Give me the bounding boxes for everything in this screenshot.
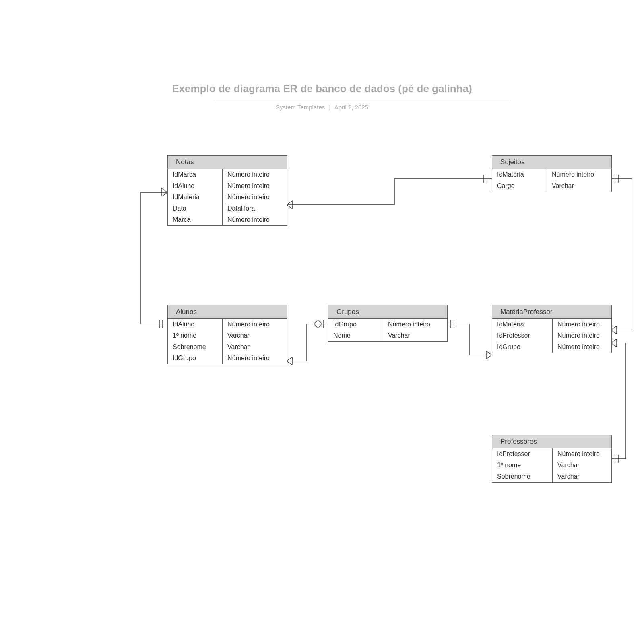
field: IdProfessor xyxy=(492,330,553,341)
field: 1º nome xyxy=(168,330,223,341)
entity-notas[interactable]: Notas IdMarcaNúmero inteiro IdAlunoNúmer… xyxy=(167,155,287,226)
type: Número inteiro xyxy=(553,319,611,330)
field: Data xyxy=(168,203,223,214)
type: DataHora xyxy=(223,203,287,214)
type: Número inteiro xyxy=(547,169,611,180)
type: Número inteiro xyxy=(223,353,287,364)
field: IdAluno xyxy=(168,180,223,192)
type: Varchar xyxy=(383,330,447,341)
field: IdGrupo xyxy=(328,319,383,330)
entity-alunos[interactable]: Alunos IdAlunoNúmero inteiro 1º nomeVarc… xyxy=(167,305,287,364)
entity-notas-header: Notas xyxy=(168,156,287,169)
field: IdProfessor xyxy=(492,448,553,460)
type: Número inteiro xyxy=(223,192,287,203)
field: IdMarca xyxy=(168,169,223,180)
entity-grupos-header: Grupos xyxy=(328,305,447,319)
field: Sobrenome xyxy=(492,471,553,482)
subtitle-author: System Templates xyxy=(276,104,325,111)
type: Número inteiro xyxy=(223,214,287,225)
diagram-title: Exemplo de diagrama ER de banco de dados… xyxy=(172,83,472,95)
type: Número inteiro xyxy=(223,319,287,330)
field: Sobrenome xyxy=(168,341,223,353)
field: IdMatéria xyxy=(168,192,223,203)
field: 1º nome xyxy=(492,460,553,471)
field: Nome xyxy=(328,330,383,341)
entity-alunos-header: Alunos xyxy=(168,305,287,319)
field: IdMatéria xyxy=(492,319,553,330)
field: IdAluno xyxy=(168,319,223,330)
type: Varchar xyxy=(553,471,611,482)
type: Número inteiro xyxy=(383,319,447,330)
field: IdGrupo xyxy=(492,341,553,353)
type: Varchar xyxy=(223,341,287,353)
title-underline xyxy=(213,100,511,100)
type: Número inteiro xyxy=(553,330,611,341)
type: Varchar xyxy=(553,460,611,471)
field: Marca xyxy=(168,214,223,225)
type: Varchar xyxy=(223,330,287,341)
entity-professores[interactable]: Professores IdProfessorNúmero inteiro 1º… xyxy=(492,435,612,483)
entity-sujeitos[interactable]: Sujeitos IdMatériaNúmero inteiro CargoVa… xyxy=(492,155,612,192)
field: IdMatéria xyxy=(492,169,547,180)
field: IdGrupo xyxy=(168,353,223,364)
type: Número inteiro xyxy=(223,169,287,180)
svg-point-0 xyxy=(315,321,321,327)
entity-grupos[interactable]: Grupos IdGrupoNúmero inteiro NomeVarchar xyxy=(328,305,448,342)
entity-sujeitos-header: Sujeitos xyxy=(492,156,611,169)
er-diagram-canvas: Exemplo de diagrama ER de banco de dados… xyxy=(0,0,644,644)
entity-materiaprofessor[interactable]: MatériaProfessor IdMatériaNúmero inteiro… xyxy=(492,305,612,353)
type: Número inteiro xyxy=(553,448,611,460)
entity-professores-header: Professores xyxy=(492,435,611,448)
subtitle-date: April 2, 2025 xyxy=(334,104,368,111)
type: Número inteiro xyxy=(553,341,611,353)
subtitle-separator: | xyxy=(326,104,333,111)
type: Varchar xyxy=(547,180,611,192)
entity-materiaprofessor-header: MatériaProfessor xyxy=(492,305,611,319)
field: Cargo xyxy=(492,180,547,192)
diagram-subtitle: System Templates | April 2, 2025 xyxy=(276,104,368,111)
type: Número inteiro xyxy=(223,180,287,192)
